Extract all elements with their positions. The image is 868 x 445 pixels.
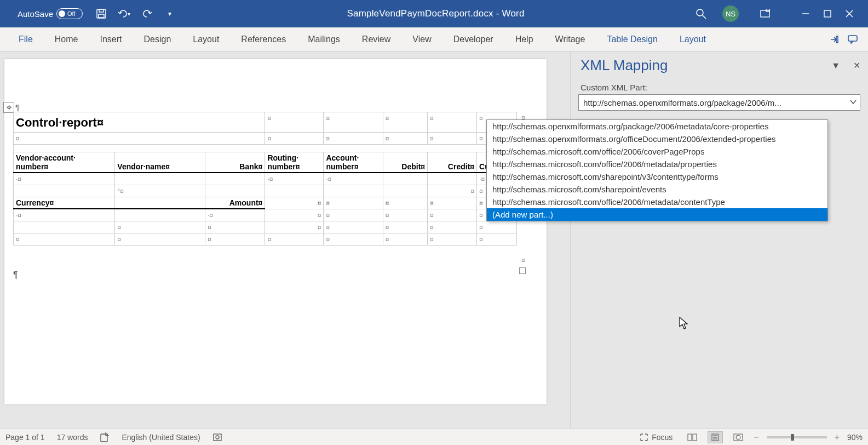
dropdown-item[interactable]: http://schemas.openxmlformats.org/office… (487, 133, 827, 145)
autosave-group[interactable]: AutoSave Off (18, 8, 83, 19)
table-move-handle-icon[interactable]: ✥ (3, 102, 14, 113)
dropdown-item[interactable]: http://schemas.microsoft.com/office/2006… (487, 158, 827, 170)
custom-xml-part-combo[interactable]: http://schemas.openxmlformats.org/packag… (578, 94, 860, 111)
autosave-state: Off (67, 10, 75, 17)
custom-xml-part-dropdown[interactable]: http://schemas.openxmlformats.org/packag… (486, 119, 828, 221)
status-language[interactable]: English (United States) (122, 433, 200, 442)
table-row: ¤¤¤¤¤¤¤ (14, 221, 517, 233)
dropdown-item[interactable]: http://schemas.microsoft.com/sharepoint/… (487, 170, 827, 183)
ribbon-display-options-icon[interactable] (754, 3, 776, 25)
comments-icon[interactable] (845, 32, 860, 47)
redo-button[interactable] (140, 7, 153, 20)
undo-dropdown-icon[interactable]: ▾ (128, 11, 130, 17)
table-subheader-row: Currency¤ Amount¤ ¤ ¤ ¤ ¤ ¤ (14, 197, 517, 209)
spellcheck-icon[interactable] (100, 432, 110, 442)
svg-rect-1 (99, 9, 104, 12)
dropdown-item[interactable]: http://schemas.microsoft.com/sharepoint/… (487, 183, 827, 196)
maximize-button[interactable] (817, 3, 838, 25)
minimize-button[interactable] (795, 3, 817, 25)
col-bank: Bank¤ (239, 162, 262, 171)
table-resize-handle-icon[interactable] (519, 267, 526, 274)
table-row: ¤¤¤¤¤¤¤¤ (14, 233, 517, 245)
document-pane[interactable]: ✥ ¶ Control·report¤ ¤ ¤ ¤ ¤ ¤ ¤ ¤ ¤ ¤ ¤ (0, 52, 570, 429)
pane-title: XML Mapping (580, 57, 668, 74)
close-button[interactable] (838, 3, 860, 25)
mouse-cursor-icon (679, 317, 689, 330)
print-layout-icon[interactable] (708, 431, 723, 443)
dropdown-item[interactable]: http://schemas.openxmlformats.org/packag… (487, 120, 827, 133)
tab-table-layout[interactable]: Layout (669, 27, 717, 51)
svg-point-15 (216, 436, 219, 439)
svg-rect-14 (214, 434, 221, 441)
sub-currency: Currency¤ (16, 198, 54, 207)
control-report-title: Control·report¤ (14, 112, 265, 133)
title-bar: AutoSave Off ▾ ▾ SampleVendPaymDocReport… (0, 0, 868, 27)
ribbon-right (826, 27, 860, 51)
col-routing: Routing· (267, 153, 298, 162)
zoom-percent[interactable]: 90% (847, 433, 863, 442)
col-vendor-name: Vendor·name¤ (117, 162, 170, 171)
status-right: Focus − + 90% (640, 431, 863, 443)
tab-insert[interactable]: Insert (89, 27, 133, 51)
autosave-label: AutoSave (18, 9, 53, 19)
svg-point-3 (697, 9, 703, 16)
tab-table-design[interactable]: Table Design (596, 27, 669, 51)
tab-design[interactable]: Design (133, 27, 182, 51)
tab-mailings[interactable]: Mailings (297, 27, 351, 51)
svg-point-23 (736, 435, 740, 440)
pane-header: XML Mapping ▼ ✕ (571, 52, 868, 77)
document-title: SampleVendPaymDocReport.docx - Word (176, 8, 695, 19)
document-page: ✥ ¶ Control·report¤ ¤ ¤ ¤ ¤ ¤ ¤ ¤ ¤ ¤ ¤ (4, 59, 547, 404)
toggle-knob (59, 10, 65, 17)
dropdown-item[interactable]: http://schemas.microsoft.com/office/2006… (487, 196, 827, 208)
tab-developer[interactable]: Developer (442, 27, 504, 51)
ribbon-tabs: File Home Insert Design Layout Reference… (0, 27, 868, 52)
col-credit: Credit¤ (448, 162, 474, 171)
tab-view[interactable]: View (401, 27, 442, 51)
svg-line-4 (703, 15, 706, 19)
tab-home[interactable]: Home (44, 27, 89, 51)
tab-review[interactable]: Review (351, 27, 401, 51)
svg-rect-16 (688, 434, 692, 441)
dropdown-item[interactable]: http://schemas.microsoft.com/office/2006… (487, 145, 827, 158)
zoom-out-button[interactable]: − (754, 432, 758, 442)
tab-help[interactable]: Help (504, 27, 544, 51)
accessibility-icon[interactable] (212, 432, 222, 442)
tab-file[interactable]: File (8, 27, 44, 51)
undo-button[interactable]: ▾ (118, 8, 130, 19)
web-layout-icon[interactable] (731, 431, 746, 443)
pane-close-icon[interactable]: ✕ (853, 60, 860, 71)
pane-options-icon[interactable]: ▼ (831, 61, 840, 71)
search-icon[interactable] (695, 8, 707, 20)
table-row: ·¤·¤¤¤¤¤¤ (14, 209, 517, 221)
svg-rect-17 (693, 434, 697, 441)
col-vendor-account: Vendor·account· (16, 153, 76, 162)
dropdown-item-add-new[interactable]: (Add new part...) (487, 208, 827, 221)
document-table[interactable]: Control·report¤ ¤ ¤ ¤ ¤ ¤ ¤ ¤ ¤ ¤ ¤ ¤ (13, 112, 517, 246)
sub-amount: Amount¤ (229, 198, 263, 207)
read-mode-icon[interactable] (685, 431, 700, 443)
paragraph-mark-icon: ¶ (13, 270, 18, 280)
save-button[interactable] (95, 7, 108, 20)
table-row: ·¤·¤·¤·¤ (14, 173, 517, 185)
tab-layout[interactable]: Layout (182, 27, 230, 51)
table-header-row: Vendor·account·number¤ Vendor·name¤ Bank… (14, 152, 517, 173)
combo-selected-value: http://schemas.openxmlformats.org/packag… (578, 94, 860, 111)
status-words[interactable]: 17 words (57, 433, 88, 442)
col-debit: Debit¤ (401, 162, 425, 171)
autosave-toggle[interactable]: Off (56, 8, 83, 19)
svg-rect-11 (836, 36, 838, 43)
zoom-slider[interactable] (767, 436, 827, 438)
user-avatar[interactable]: NS (722, 5, 739, 22)
zoom-thumb[interactable] (791, 434, 794, 441)
qat-customize-icon[interactable]: ▾ (163, 7, 176, 20)
xml-mapping-pane: XML Mapping ▼ ✕ Custom XML Part: http://… (570, 52, 868, 429)
tab-writage[interactable]: Writage (544, 27, 596, 51)
tab-references[interactable]: References (230, 27, 297, 51)
share-icon[interactable] (826, 32, 842, 47)
zoom-in-button[interactable]: + (835, 432, 840, 442)
status-page[interactable]: Page 1 of 1 (5, 433, 45, 442)
focus-mode-button[interactable]: Focus (640, 433, 672, 442)
svg-rect-13 (101, 434, 107, 442)
chevron-down-icon[interactable] (849, 98, 857, 106)
